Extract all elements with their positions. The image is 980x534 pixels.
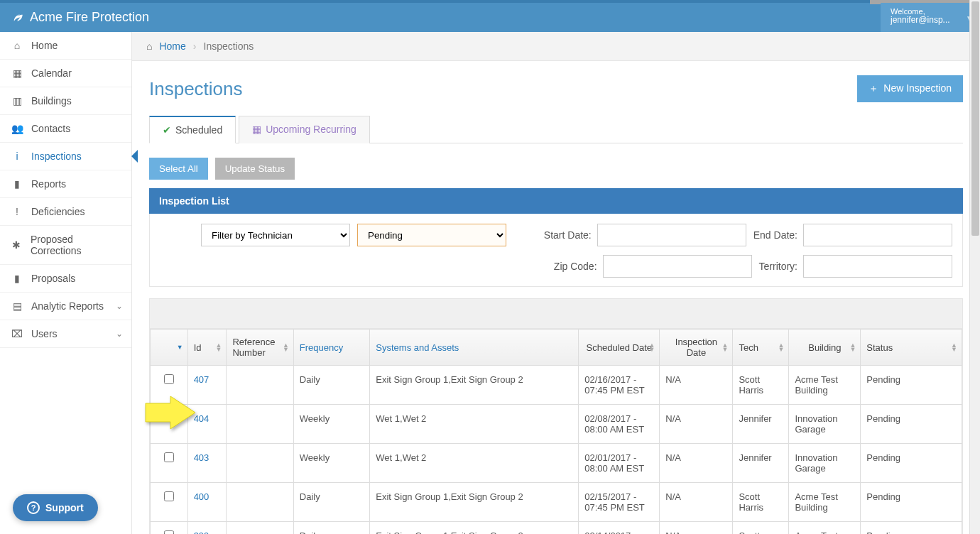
sidebar-item-proposals[interactable]: ▮Proposals (0, 265, 131, 293)
sidebar-icon: 👥 (10, 123, 24, 134)
sidebar-item-proposed-corrections[interactable]: ✱Proposed Corrections (0, 226, 131, 265)
cell-frequency: Daily (293, 522, 369, 535)
cell-systems: Exit Sign Group 1,Exit Sign Group 2 (370, 483, 579, 522)
sidebar-item-inspections[interactable]: iInspections (0, 143, 131, 170)
breadcrumb: ⌂ Home › Inspections (132, 32, 980, 61)
cell-ref (227, 366, 293, 405)
inspection-id-link[interactable]: 399 (194, 530, 209, 534)
start-date-input[interactable] (597, 224, 746, 246)
cell-status: Pending (861, 366, 962, 405)
col-building[interactable]: Building▲▼ (789, 329, 861, 366)
cell-tech: Scott (733, 522, 789, 535)
sidebar-item-buildings[interactable]: ▥Buildings (0, 87, 131, 115)
bulk-toolbar: Select All Update Status (149, 158, 963, 180)
brand-title: Acme Fire Protection (30, 10, 149, 25)
sidebar-item-home[interactable]: ⌂Home (0, 32, 131, 60)
table-row: 399DailyExit Sign Group 1,Exit Sign Grou… (151, 522, 962, 535)
support-button[interactable]: ? Support (13, 494, 98, 521)
zip-input[interactable] (603, 255, 752, 278)
scrollbar[interactable] (969, 0, 980, 534)
cell-systems: Wet 1,Wet 2 (370, 444, 579, 483)
cell-ref (227, 405, 293, 444)
territory-input[interactable] (803, 255, 952, 278)
col-status[interactable]: Status▲▼ (861, 329, 962, 366)
sidebar-item-users[interactable]: ⌧Users⌄ (0, 320, 131, 348)
user-menu[interactable]: Welcome, jennifer@insp... ▼ (881, 3, 980, 32)
breadcrumb-sep: › (193, 40, 197, 52)
sidebar-item-label: Calendar (31, 67, 72, 79)
row-checkbox[interactable] (164, 374, 174, 384)
sort-icon: ▲▼ (216, 343, 222, 352)
inspection-table: ▼ Id▲▼ Reference Number▲▼ Frequency Syst… (150, 329, 962, 534)
row-checkbox[interactable] (164, 452, 174, 462)
sidebar-item-contacts[interactable]: 👥Contacts (0, 115, 131, 143)
cell-building: Acme Test Building (789, 483, 861, 522)
sidebar-item-label: Home (31, 40, 58, 51)
sort-icon: ▲▼ (778, 343, 785, 352)
chevron-down-icon: ⌄ (116, 301, 123, 311)
cell-scheduled: 02/01/2017 - 08:00 AM EST (579, 444, 660, 483)
col-systems[interactable]: Systems and Assets (370, 329, 579, 366)
end-date-label: End Date: (753, 229, 797, 241)
sort-icon: ▲▼ (951, 343, 957, 352)
cell-ref (227, 522, 293, 535)
new-inspection-button[interactable]: ＋ New Inspection (857, 75, 964, 102)
col-tech[interactable]: Tech▲▼ (733, 329, 789, 366)
sidebar-icon: ▮ (10, 273, 24, 284)
panel-title: Inspection List (149, 188, 963, 214)
table-row: 400DailyExit Sign Group 1,Exit Sign Grou… (151, 483, 962, 522)
sidebar-icon: ▦ (10, 67, 24, 79)
filter-technician-select[interactable]: Filter by Technician (201, 224, 350, 246)
leaf-icon (11, 10, 24, 25)
territory-label: Territory: (759, 261, 797, 272)
cell-systems: Exit Sign Group 1,Exit Sign Group 2 (370, 366, 579, 405)
page-title: Inspections (149, 78, 243, 100)
cell-id: 403 (187, 444, 227, 483)
cell-status: Pending (861, 405, 962, 444)
filter-panel: Filter by Technician Pending Start Date:… (149, 214, 963, 287)
col-ref[interactable]: Reference Number▲▼ (227, 329, 293, 366)
sort-icon: ▲▼ (648, 343, 655, 352)
sidebar-item-deficiencies[interactable]: !Deficiencies (0, 198, 131, 226)
tab-upcoming-recurring[interactable]: ▦Upcoming Recurring (239, 116, 370, 143)
home-icon: ⌂ (146, 40, 152, 52)
table-row: 407DailyExit Sign Group 1,Exit Sign Grou… (151, 366, 962, 405)
sidebar-item-label: Proposed Corrections (31, 234, 121, 256)
cell-inspection-date: N/A (660, 366, 733, 405)
cell-status: Pending (861, 522, 962, 535)
inspection-id-link[interactable]: 403 (194, 452, 209, 463)
cell-tech: Scott Harris (733, 483, 789, 522)
cell-status: Pending (861, 483, 962, 522)
col-frequency[interactable]: Frequency (293, 329, 369, 366)
sidebar-item-calendar[interactable]: ▦Calendar (0, 60, 131, 87)
cell-status: Pending (861, 444, 962, 483)
end-date-input[interactable] (803, 224, 952, 246)
select-all-button[interactable]: Select All (149, 158, 208, 180)
sidebar-item-label: Contacts (31, 123, 70, 134)
inspection-id-link[interactable]: 407 (194, 374, 209, 385)
col-id[interactable]: Id▲▼ (187, 329, 227, 366)
update-status-button[interactable]: Update Status (215, 158, 295, 180)
sidebar-item-analytic-reports[interactable]: ▤Analytic Reports⌄ (0, 293, 131, 320)
cell-building: Innovation Garage (789, 444, 861, 483)
col-checkbox[interactable]: ▼ (151, 329, 188, 366)
col-scheduled-date[interactable]: Scheduled Date▲▼ (579, 329, 660, 366)
top-bar: Acme Fire Protection Welcome, jennifer@i… (0, 0, 980, 32)
inspection-id-link[interactable]: 400 (194, 491, 209, 502)
row-checkbox[interactable] (164, 491, 174, 501)
cell-building: Innovation Garage (789, 405, 861, 444)
tabs: ✔Scheduled ▦Upcoming Recurring (149, 115, 963, 143)
sidebar-item-reports[interactable]: ▮Reports (0, 170, 131, 198)
sidebar-icon: ⌂ (10, 40, 24, 51)
plus-icon: ＋ (869, 82, 878, 94)
breadcrumb-home[interactable]: Home (159, 40, 185, 52)
cell-building: Acme Test (789, 522, 861, 535)
sidebar-icon: ▮ (10, 178, 24, 190)
sidebar-item-label: Reports (31, 178, 66, 190)
row-checkbox[interactable] (164, 530, 174, 534)
table-row: 403WeeklyWet 1,Wet 202/01/2017 - 08:00 A… (151, 444, 962, 483)
tab-scheduled[interactable]: ✔Scheduled (149, 116, 236, 143)
col-inspection-date[interactable]: Inspection Date▲▼ (660, 329, 733, 366)
filter-status-select[interactable]: Pending (357, 224, 506, 246)
cell-id: 399 (187, 522, 227, 535)
